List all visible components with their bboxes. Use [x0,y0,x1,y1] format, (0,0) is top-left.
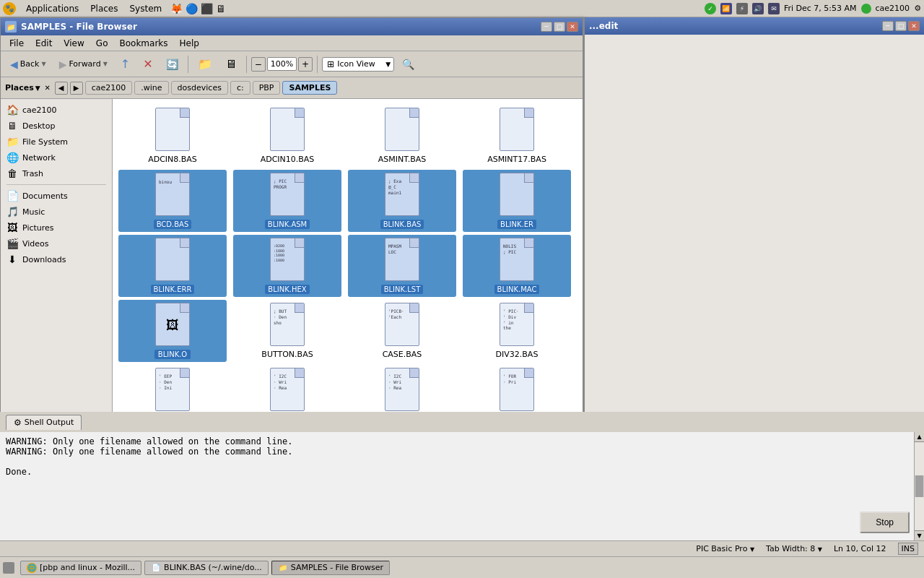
sidebar-label-trash: Trash [22,169,43,178]
maximize-button[interactable]: □ [554,22,565,32]
mail-icon[interactable]: ✉ [768,3,780,14]
stop-button[interactable]: Stop [860,512,910,533]
file-item-blinkhex[interactable]: :0200:1000:1000:1000 BLINK.HEX [233,235,341,297]
settings-icon[interactable]: ⚙ [914,4,921,13]
breadcrumb-dosdevices[interactable]: dosdevices [171,81,228,95]
file-icon-forbas: ' FOR· Pri [500,368,534,411]
file-item-div32bas[interactable]: ' PIC·' Div' inthe DIV32.BAS [463,300,571,362]
file-item-asmint17[interactable]: ASMINT17.BAS [463,105,571,167]
sidebar-item-desktop[interactable]: 🖥 Desktop [1,118,112,134]
zoom-in-button[interactable]: + [298,57,313,72]
file-item-blinker[interactable]: BLINK.ER [463,170,571,232]
file-item-adcin8[interactable]: ADCIN8.BAS [118,105,227,167]
terminal-icon[interactable]: ⬛ [201,3,213,14]
editor-panel: ...edit ─ □ ✕ [583,17,924,465]
editor-minimize-btn[interactable]: ─ [882,21,894,31]
file-item-buttonbas[interactable]: ; BUT· Densho BUTTON.BAS [233,300,341,362]
file-item-blinkbas[interactable]: ; Exa@_Cmain1 BLINK.BAS [348,170,456,232]
breadcrumb-back-button[interactable]: ◀ [55,82,68,95]
sidebar-item-trash[interactable]: 🗑 Trash [1,165,112,181]
menu-edit[interactable]: Edit [30,37,58,50]
forward-button[interactable]: ▶ Forward ▼ [54,56,113,73]
file-item-adcin10[interactable]: ADCIN10.BAS [233,105,341,167]
file-item-blinkmac[interactable]: NOLIS; PIC BLINK.MAC [463,235,571,297]
file-item-asmint[interactable]: ASMINT.BAS [348,105,456,167]
file-label-blinkmac: BLINK.MAC [494,285,540,294]
file-icon-blinkerr [155,238,190,281]
volume-icon[interactable]: 🔊 [752,3,764,14]
sidebar-item-filesystem[interactable]: 📁 File System [1,134,112,150]
scroll-down-btn[interactable]: ▼ [915,530,924,540]
firefox-icon[interactable]: 🦊 [170,3,183,14]
places-toggle[interactable]: Places ▼ [5,83,40,92]
sidebar-item-downloads[interactable]: ⬇ Downloads [1,251,112,267]
taskbar-item-files[interactable]: 📁 SAMPLES - File Browser [271,561,390,575]
sidebar-item-cae2100[interactable]: 🏠 cae2100 [1,102,112,118]
forward-dropdown-icon[interactable]: ▼ [103,61,108,67]
tab-width-status[interactable]: Tab Width: 8 ▼ [766,544,822,553]
minimize-button[interactable]: ─ [541,22,552,32]
file-preview-blinkbas: ; Exa@_Cmain1 [387,176,417,197]
taskbar-item-editor[interactable]: 📄 BLINK.BAS (~/.wine/do... [144,561,269,575]
shell-output-tab[interactable]: ⚙ Shell Output [6,415,82,430]
file-name-casebas: CASE.BAS [383,350,422,359]
sidebar-item-network[interactable]: 🌐 Network [1,150,112,165]
bluetooth-icon[interactable]: ⚡ [736,3,748,14]
applications-menu[interactable]: Applications [20,2,84,15]
window-title: SAMPLES - File Browser [21,22,541,32]
view-dropdown[interactable]: ⊞ Icon View ▼ [322,57,394,72]
file-item-casebas[interactable]: 'PICB·'Each CASE.BAS [348,300,456,362]
menu-bookmarks[interactable]: Bookmarks [113,37,173,50]
sidebar-label-pictures: Pictures [22,223,54,233]
places-menu[interactable]: Places [84,2,123,15]
signal-icon[interactable]: 📶 [720,3,732,14]
sidebar-item-music[interactable]: 🎵 Music [1,204,112,220]
home-location-button[interactable]: 📁 [193,54,217,74]
shell-content: WARNING: Only one filename allowed on th… [0,432,924,499]
menu-help[interactable]: Help [174,37,205,50]
breadcrumb-cae2100[interactable]: cae2100 [85,81,133,95]
reload-button[interactable]: 🔄 [161,56,183,73]
search-button[interactable]: 🔍 [397,56,419,73]
breadcrumb-samples[interactable]: SAMPLES [282,81,337,95]
close-places-button[interactable]: ✕ [43,83,53,93]
network-tray-icon[interactable]: ✓ [705,3,716,14]
language-dropdown-icon: ▼ [750,546,754,553]
editor-maximize-btn[interactable]: □ [895,21,907,31]
menu-view[interactable]: View [58,37,90,50]
breadcrumb-pbp[interactable]: PBP [253,81,281,95]
file-item-bcd[interactable]: binou BCD.BAS [118,170,227,232]
breadcrumb-forward-button[interactable]: ▶ [70,82,83,95]
places-arrow-icon: ▼ [35,85,40,92]
file-item-blinkerr[interactable]: BLINK.ERR [118,235,227,297]
file-item-blinkasm[interactable]: ; PICPROGR BLINK.ASM [233,170,341,232]
stop-nav-button[interactable]: ✕ [138,54,157,74]
back-button[interactable]: ◀ Back ▼ [5,56,51,73]
zoom-out-button[interactable]: − [251,57,266,72]
file-item-blinklst[interactable]: MPASMLOC BLINK.LST [348,235,456,297]
file-name-asmint17: ASMINT17.BAS [487,155,546,164]
file-name-div32bas: DIV32.BAS [496,350,539,359]
scroll-up-btn[interactable]: ▲ [915,432,924,442]
monitor-icon[interactable]: 🖥 [216,3,226,14]
file-area[interactable]: ADCIN8.BAS ADCIN10.BAS ASMINT.BAS [113,99,583,456]
system-menu[interactable]: System [123,2,167,15]
shell-scrollbar[interactable]: ▲ ▼ [914,432,924,540]
sidebar-item-documents[interactable]: 📄 Documents [1,188,112,204]
editor-close-btn[interactable]: ✕ [908,21,920,31]
sidebar-item-pictures[interactable]: 🖼 Pictures [1,220,112,236]
computer-button[interactable]: 🖥 [220,54,242,74]
breadcrumb-c[interactable]: c: [230,81,250,95]
sidebar-item-videos[interactable]: 🎬 Videos [1,236,112,251]
up-button[interactable]: ↑ [116,54,135,74]
language-status[interactable]: PIC Basic Pro ▼ [696,544,754,553]
file-item-blinko[interactable]: 🖼 BLINK.O [118,300,227,362]
breadcrumb-wine[interactable]: .wine [134,81,168,95]
menu-file[interactable]: File [4,37,30,50]
search-icon: 🔍 [402,59,414,70]
back-dropdown-icon[interactable]: ▼ [42,61,46,67]
browser2-icon[interactable]: 🔵 [186,3,198,14]
menu-go[interactable]: Go [90,37,114,50]
close-button[interactable]: ✕ [567,22,578,32]
taskbar-item-browser[interactable]: 🌐 [pbp and linux - Mozill... [20,561,141,575]
